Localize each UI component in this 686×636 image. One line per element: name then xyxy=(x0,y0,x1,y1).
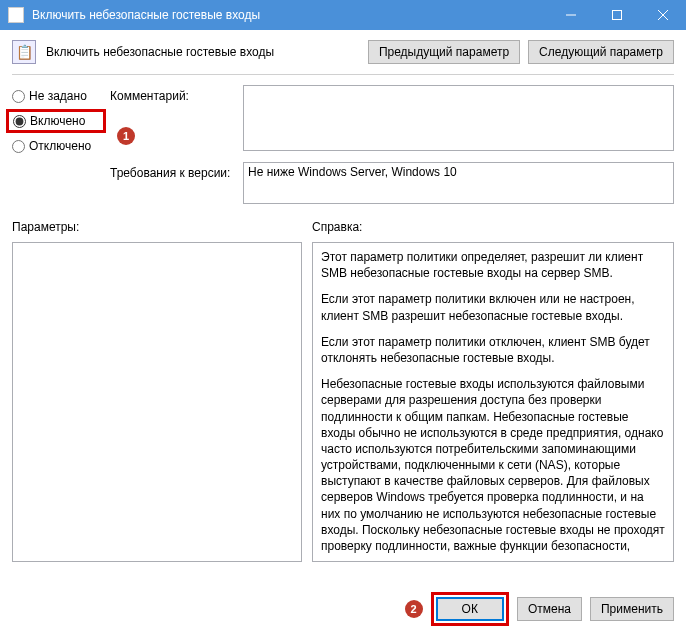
policy-icon: 📋 xyxy=(12,40,36,64)
app-icon xyxy=(8,7,24,23)
divider xyxy=(12,74,674,75)
minimize-button[interactable] xyxy=(548,0,594,30)
supported-label: Требования к версии: xyxy=(110,162,235,180)
radio-disabled-input[interactable] xyxy=(12,140,25,153)
header: 📋 Включить небезопасные гостевые входы П… xyxy=(0,30,686,68)
help-paragraph: Если этот параметр политики отключен, кл… xyxy=(321,334,665,366)
state-radio-group: Не задано Включено Отключено xyxy=(12,85,102,212)
supported-box: Не ниже Windows Server, Windows 10 xyxy=(243,162,674,204)
help-paragraph: Этот параметр политики определяет, разре… xyxy=(321,249,665,281)
help-paragraph: Небезопасные гостевые входы используются… xyxy=(321,376,665,554)
supported-value: Не ниже Windows Server, Windows 10 xyxy=(248,165,457,179)
highlight-annotation: Включено xyxy=(6,109,106,133)
options-label: Параметры: xyxy=(12,220,302,234)
next-setting-button[interactable]: Следующий параметр xyxy=(528,40,674,64)
radio-enabled[interactable]: Включено xyxy=(13,114,99,128)
comment-textarea[interactable] xyxy=(243,85,674,151)
radio-disabled-label: Отключено xyxy=(29,139,91,153)
maximize-button[interactable] xyxy=(594,0,640,30)
previous-setting-button[interactable]: Предыдущий параметр xyxy=(368,40,520,64)
radio-not-configured-input[interactable] xyxy=(12,90,25,103)
callout-1: 1 xyxy=(117,127,135,145)
help-paragraph: Если этот параметр политики включен или … xyxy=(321,291,665,323)
highlight-annotation: ОК xyxy=(431,592,509,626)
footer: 2 ОК Отмена Применить xyxy=(405,592,674,626)
ok-button[interactable]: ОК xyxy=(436,597,504,621)
radio-enabled-input[interactable] xyxy=(13,115,26,128)
callout-2: 2 xyxy=(405,600,423,618)
apply-button[interactable]: Применить xyxy=(590,597,674,621)
svg-rect-1 xyxy=(613,11,622,20)
cancel-button[interactable]: Отмена xyxy=(517,597,582,621)
close-button[interactable] xyxy=(640,0,686,30)
comment-label: Комментарий: xyxy=(110,85,235,103)
help-label: Справка: xyxy=(312,220,674,234)
radio-enabled-label: Включено xyxy=(30,114,85,128)
options-box[interactable] xyxy=(12,242,302,562)
radio-not-configured[interactable]: Не задано xyxy=(12,89,102,103)
titlebar: Включить небезопасные гостевые входы xyxy=(0,0,686,30)
radio-disabled[interactable]: Отключено xyxy=(12,139,102,153)
policy-title: Включить небезопасные гостевые входы xyxy=(46,45,358,59)
window-title: Включить небезопасные гостевые входы xyxy=(32,8,548,22)
radio-not-configured-label: Не задано xyxy=(29,89,87,103)
help-box[interactable]: Этот параметр политики определяет, разре… xyxy=(312,242,674,562)
